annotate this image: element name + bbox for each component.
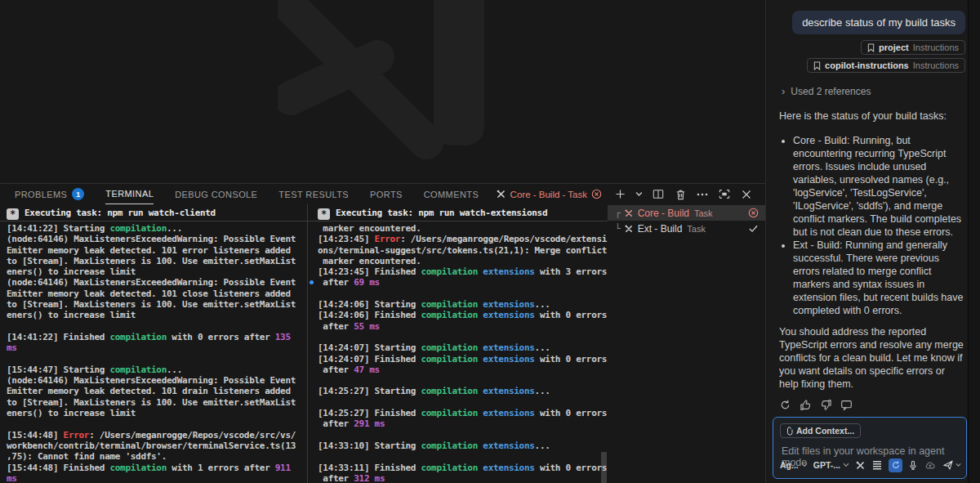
bookmark-icon [813, 61, 821, 70]
chevron-down-icon [843, 463, 849, 467]
thumbs-up-icon[interactable] [798, 396, 813, 413]
terminal-profile-dropdown[interactable] [635, 186, 644, 203]
used-references-toggle[interactable]: › Used 2 references [782, 85, 965, 97]
close-icon [742, 190, 751, 199]
thumbs-down-icon[interactable] [818, 396, 833, 413]
terminal-line: [14:24:07] Starting compilation extensio… [308, 342, 608, 353]
tools-icon[interactable] [855, 457, 866, 473]
editor-area [0, 0, 765, 183]
terminal-line: [14:33:11] Finished compilation extensio… [308, 463, 608, 473]
terminal-line: [14:25:27] Finished compilation extensio… [308, 408, 608, 418]
microphone-icon[interactable] [908, 457, 918, 473]
panel-tab-comments[interactable]: COMMENTS [424, 184, 479, 204]
close-panel-button[interactable] [739, 186, 754, 203]
maximize-panel-button[interactable] [717, 186, 732, 203]
auto-approve-toggle[interactable] [889, 458, 903, 472]
sync-icon [891, 460, 901, 470]
paperclip-icon [785, 427, 793, 436]
problems-count-badge: 1 [72, 188, 84, 200]
chevron-right-icon: › [782, 85, 785, 97]
terminal-line: [15:44:48] Finished compilation with 1 e… [0, 463, 307, 473]
task-badge-icon: * [7, 208, 19, 220]
terminal-line: after 47 ms [308, 364, 608, 375]
split-terminal-button[interactable] [651, 186, 666, 203]
terminal-line: (node:64146) MaxListenersExceededWarning… [0, 277, 307, 288]
comment-icon[interactable] [839, 396, 853, 413]
kill-terminal-button[interactable] [673, 186, 688, 203]
attachment-chips: projectInstructionscopilot-instructionsI… [777, 40, 965, 76]
panel-tab-ports[interactable]: PORTS [370, 184, 403, 204]
attachment-name: copilot-instructions [825, 60, 909, 70]
terminal-line: ms [0, 473, 307, 483]
response-intro: Here is the status of your build tasks: [779, 110, 965, 123]
copilot-chat-panel: describe status of my build tasks projec… [765, 0, 980, 483]
terminal-line: [14:23:45] Finished compilation extensio… [308, 266, 608, 277]
chevron-down-icon [635, 191, 643, 197]
more-actions-button[interactable] [695, 186, 710, 203]
chat-input-box[interactable]: Add Context... Edit files in your worksp… [773, 417, 967, 479]
terminal-line: ms [0, 342, 307, 353]
send-button[interactable] [942, 459, 961, 471]
tree-branch-glyph: ┌ [615, 208, 621, 218]
terminal-line: after 69 ms [308, 277, 608, 288]
chevron-down-icon [956, 463, 961, 467]
panel-tab-debug-console[interactable]: DEBUG CONSOLE [175, 184, 257, 204]
terminal-line: eners() to increase limit [0, 408, 307, 418]
terminal-line [308, 430, 608, 441]
ellipsis-icon [697, 193, 708, 196]
response-bullet: Ext - Build: Running and generally succe… [793, 239, 965, 317]
terminal-line: ,75): Cannot find name 'sddfs'. [0, 451, 307, 462]
terminal-tab-core---build[interactable]: ┌Core - BuildTask [608, 205, 765, 221]
terminal-line: [14:41:22] Finished compilation with 0 e… [0, 332, 307, 342]
terminal-task-header: *Executing task: npm run watch-clientd [0, 208, 307, 221]
response-bullet-list: Core - Build: Running, but encountering … [779, 134, 965, 317]
terminal-line: Emitter memory leak detected. 101 error … [0, 245, 307, 256]
tools-icon [496, 189, 506, 199]
terminal-line [308, 288, 608, 299]
terminal-tabs-list: ┌Core - BuildTask└Ext - BuildTask [608, 204, 765, 483]
terminal-line: Emitter memory leak detected. 101 close … [0, 288, 307, 299]
terminal-line: marker encountered. [308, 223, 608, 234]
terminal-tab-ext---build[interactable]: └Ext - BuildTask [608, 221, 765, 236]
attachment-kind: Instructions [913, 42, 959, 52]
error-circle-icon [591, 189, 602, 199]
attachment-chip-copilot-instructions[interactable]: copilot-instructionsInstructions [807, 58, 965, 73]
terminal-line [308, 375, 608, 386]
tools-icon [624, 224, 634, 234]
regenerate-icon[interactable] [777, 396, 792, 413]
terminal-line: to [Stream]. MaxListeners is 100. Use em… [0, 397, 307, 408]
new-terminal-button[interactable] [612, 186, 627, 203]
terminal-left-pane[interactable]: *Executing task: npm run watch-clientd[1… [0, 204, 308, 483]
terminal-line [308, 397, 608, 408]
terminal-line: [14:24:06] Finished compilation extensio… [308, 310, 608, 320]
active-terminal-dropdown[interactable]: Core - Build - Task [496, 189, 602, 199]
terminal-line: to [Stream]. MaxListeners is 100. Use em… [0, 299, 307, 310]
terminal-line: marker encountered. [308, 256, 608, 266]
terminal-line: [15:44:48] Error: /Users/meganrogge/Repo… [0, 430, 307, 441]
terminal-right-pane[interactable]: *Executing task: npm run watch-extension… [308, 204, 608, 483]
terminal-line: [14:24:07] Finished compilation extensio… [308, 354, 608, 364]
user-message-bubble: describe status of my build tasks [792, 11, 965, 34]
panel-tab-problems[interactable]: PROBLEMS1 [15, 184, 84, 204]
terminal-line: (node:64146) MaxListenersExceededWarning… [0, 234, 307, 244]
add-context-button[interactable]: Add Context... [780, 423, 861, 438]
terminal-tab-label: Core - Build [638, 208, 689, 219]
terminal-line: workbench/contrib/terminal/browser/termi… [0, 441, 307, 451]
mode-picker-dropdown[interactable]: Ag... [780, 460, 808, 470]
terminal-tab-kind: Task [687, 224, 706, 234]
terminal-line [0, 418, 307, 429]
model-picker-dropdown[interactable]: GPT-... [813, 460, 849, 470]
bookmark-icon [867, 43, 875, 52]
terminal-line: ons/terminal-suggest/src/tokens.ts(21,1)… [308, 245, 608, 256]
panel-tab-test-results[interactable]: TEST RESULTS [278, 184, 349, 204]
chat-input-toolbar: Ag... GPT-... [780, 457, 961, 473]
response-closing: You should address the reported TypeScri… [779, 325, 965, 391]
cloud-upload-icon[interactable] [924, 457, 936, 473]
response-actions [777, 396, 965, 413]
panel-tab-terminal[interactable]: TERMINAL [105, 184, 154, 204]
attachment-chip-project[interactable]: projectInstructions [861, 40, 965, 55]
plus-icon [615, 189, 626, 199]
chevron-down-icon [801, 463, 808, 467]
send-icon [942, 459, 954, 471]
todo-list-icon[interactable] [872, 457, 883, 473]
